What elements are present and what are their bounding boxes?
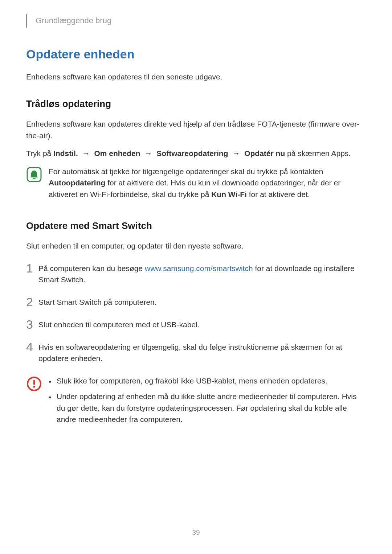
smartswitch-link[interactable]: www.samsung.com/smartswitch: [145, 264, 253, 272]
path-part-b: Om enheden: [94, 149, 140, 157]
step-body: Slut enheden til computeren med et USB-k…: [38, 319, 200, 331]
page-title: Opdatere enheden: [26, 47, 366, 61]
warning-item: • Sluk ikke for computeren, og frakobl i…: [49, 375, 366, 387]
breadcrumb: Grundlæggende brug: [36, 16, 111, 25]
path-part-d: Opdatér nu: [244, 149, 285, 157]
smartswitch-intro: Slut enheden til en computer, og opdater…: [26, 240, 366, 252]
step-number: 1: [26, 262, 38, 274]
steps-list: 1 På computeren kan du besøge www.samsun…: [26, 263, 366, 364]
bullet-icon: •: [49, 391, 57, 403]
step-3: 3 Slut enheden til computeren med et USB…: [26, 319, 366, 331]
step-body: På computeren kan du besøge www.samsung.…: [38, 263, 366, 286]
note-bell-icon: [26, 167, 42, 184]
header-divider: [26, 14, 27, 28]
path-arrow: →: [144, 149, 152, 157]
warning-text: Sluk ikke for computeren, og frakobl ikk…: [57, 375, 327, 387]
step-number: 3: [26, 318, 38, 331]
warning-text: Under opdatering af enheden må du ikke s…: [57, 391, 366, 425]
step-2: 2 Start Smart Switch på computeren.: [26, 296, 366, 308]
page-content: Grundlæggende brug Opdatere enheden Enhe…: [0, 0, 392, 429]
svg-point-3: [33, 386, 35, 387]
step-number: 2: [26, 296, 38, 308]
step-number: 4: [26, 341, 38, 353]
warning-block: • Sluk ikke for computeren, og frakobl i…: [26, 375, 366, 429]
svg-rect-2: [33, 380, 35, 385]
warning-item: • Under opdatering af enheden må du ikke…: [49, 391, 366, 425]
path-part-a: Indstil.: [53, 149, 78, 157]
path-suffix: på skærmen Apps.: [285, 149, 351, 157]
bullet-icon: •: [49, 375, 57, 387]
step-4: 4 Hvis en softwareopdatering er tilgænge…: [26, 341, 366, 364]
page-header: Grundlæggende brug: [26, 14, 366, 28]
step-body: Hvis en softwareopdatering er tilgængeli…: [38, 341, 366, 364]
step1-pre: På computeren kan du besøge: [38, 264, 145, 272]
note-bold-2: Kun Wi-Fi: [211, 190, 247, 198]
path-arrow: →: [232, 149, 240, 157]
note-bold-1: Autoopdatering: [49, 178, 105, 187]
path-part-c: Softwareopdatering: [156, 149, 228, 157]
warning-list: • Sluk ikke for computeren, og frakobl i…: [49, 375, 366, 429]
step-body: Start Smart Switch på computeren.: [38, 296, 157, 308]
section-heading-wireless: Trådløs opdatering: [26, 98, 366, 110]
intro-text: Enhedens software kan opdateres til den …: [26, 71, 366, 82]
path-arrow: →: [82, 149, 90, 157]
wireless-description: Enhedens software kan opdateres direkte …: [26, 118, 366, 141]
note-block: For automatisk at tjekke for tilgængelig…: [26, 166, 366, 200]
note-post: for at aktivere det.: [247, 190, 310, 198]
section-heading-smartswitch: Opdatere med Smart Switch: [26, 220, 366, 231]
path-prefix: Tryk på: [26, 149, 53, 157]
page-number: 39: [0, 529, 392, 537]
step-1: 1 På computeren kan du besøge www.samsun…: [26, 263, 366, 286]
navigation-path: Tryk på Indstil. → Om enheden → Software…: [26, 148, 366, 159]
warning-exclamation-icon: [26, 376, 42, 393]
note-pre: For automatisk at tjekke for tilgængelig…: [49, 167, 323, 176]
note-text: For automatisk at tjekke for tilgængelig…: [49, 166, 366, 200]
